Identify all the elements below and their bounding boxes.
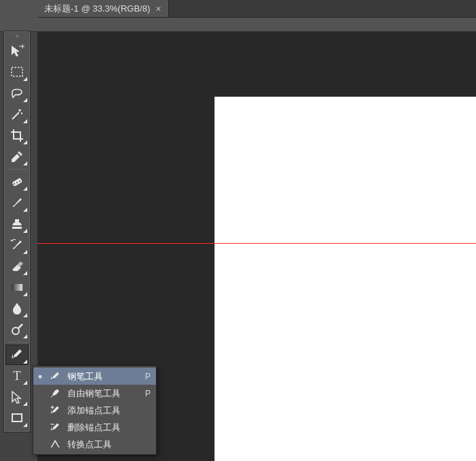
history-icon <box>10 238 25 253</box>
tool-type[interactable] <box>5 366 29 386</box>
tool-shape[interactable] <box>5 408 29 428</box>
dodge-icon <box>10 322 25 337</box>
pen-icon <box>10 347 25 362</box>
convert-icon <box>48 439 62 451</box>
tool-move[interactable] <box>5 41 29 61</box>
flyout-item-label: 添加锚点工具 <box>67 404 137 417</box>
panel-expand-handle[interactable]: » <box>4 33 30 39</box>
guide-horizontal[interactable] <box>37 243 476 244</box>
del-anchor-icon <box>48 422 62 434</box>
pen-icon <box>48 370 62 383</box>
document-tab[interactable]: 未标题-1 @ 33.3%(RGB/8) × <box>37 0 169 17</box>
shape-icon <box>10 411 25 426</box>
document-canvas[interactable] <box>215 97 476 461</box>
gradient-icon <box>10 280 25 295</box>
flyout-item-4[interactable]: 转换点工具 <box>33 436 156 453</box>
tool-lasso[interactable] <box>5 83 29 104</box>
eraser-icon <box>10 259 25 274</box>
brush-icon <box>10 195 25 210</box>
document-tab-bar: 未标题-1 @ 33.3%(RGB/8) × <box>37 0 476 18</box>
tool-dodge[interactable] <box>5 319 29 340</box>
flyout-item-label: 删除锚点工具 <box>67 422 137 434</box>
selected-marker: ■ <box>37 373 43 380</box>
tool-eraser[interactable] <box>5 256 29 276</box>
type-icon <box>10 368 25 383</box>
tool-eyedropper[interactable] <box>5 146 29 167</box>
blur-icon <box>10 301 25 316</box>
tool-gradient[interactable] <box>5 277 29 298</box>
tool-pen[interactable] <box>5 345 29 365</box>
document-tab-title: 未标题-1 @ 33.3%(RGB/8) <box>44 3 150 15</box>
tool-heal[interactable] <box>5 172 29 192</box>
flyout-item-label: 钢笔工具 <box>67 370 137 383</box>
pen-tool-flyout: ■钢笔工具P自由钢笔工具P添加锚点工具删除锚点工具转换点工具 <box>33 366 157 455</box>
tool-brush[interactable] <box>5 193 29 213</box>
crop-icon <box>10 128 25 143</box>
flyout-item-3[interactable]: 删除锚点工具 <box>33 419 156 436</box>
flyout-item-2[interactable]: 添加锚点工具 <box>33 402 156 419</box>
tool-wand[interactable] <box>5 104 29 125</box>
heal-icon <box>10 174 25 189</box>
stamp-icon <box>10 217 25 232</box>
tool-blur[interactable] <box>5 298 29 319</box>
flyout-item-shortcut: P <box>142 372 150 381</box>
flyout-item-label: 自由钢笔工具 <box>67 387 137 400</box>
move-icon <box>10 44 25 59</box>
tool-crop[interactable] <box>5 125 29 146</box>
path-sel-icon <box>10 390 25 404</box>
tool-panel: » <box>3 31 31 432</box>
marquee-icon <box>10 65 25 80</box>
free-pen-icon <box>48 387 62 400</box>
flyout-item-label: 转换点工具 <box>67 439 137 451</box>
flyout-item-shortcut: P <box>142 389 150 398</box>
tool-path-sel[interactable] <box>5 387 29 407</box>
tool-stamp[interactable] <box>5 214 29 234</box>
lasso-icon <box>10 86 25 101</box>
flyout-item-1[interactable]: 自由钢笔工具P <box>33 385 156 402</box>
add-anchor-icon <box>48 404 62 417</box>
flyout-item-0[interactable]: ■钢笔工具P <box>33 368 156 385</box>
tool-history[interactable] <box>5 235 29 255</box>
eyedropper-icon <box>10 149 25 164</box>
tool-marquee[interactable] <box>5 62 29 82</box>
wand-icon <box>10 107 25 122</box>
close-icon[interactable]: × <box>156 3 161 14</box>
